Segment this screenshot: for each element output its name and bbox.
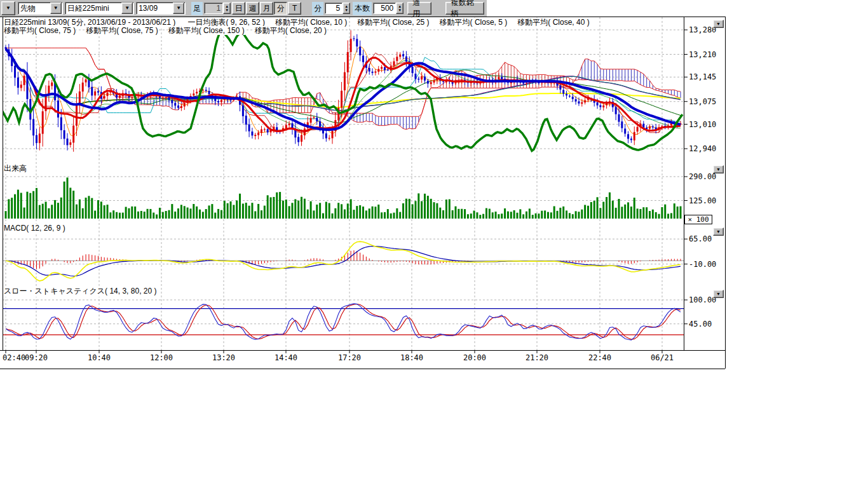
candle-body	[97, 91, 99, 92]
candle-body	[72, 126, 74, 143]
period-button[interactable]: 月	[260, 2, 273, 15]
candle-body	[646, 128, 648, 129]
contract-month-combo-arrow-icon[interactable]: ▼	[173, 3, 184, 14]
volume-bar	[479, 215, 481, 219]
volume-bar	[334, 208, 336, 219]
volume-bar	[85, 198, 87, 219]
candle-body	[402, 54, 404, 56]
stoch-slow-d-line	[6, 304, 681, 340]
period-button[interactable]: T	[288, 2, 301, 15]
volume-bar	[445, 200, 447, 219]
volume-bar	[325, 202, 327, 219]
candle-body	[24, 76, 25, 85]
volume-bar	[572, 214, 574, 219]
candle-body	[217, 101, 219, 102]
bar-count-label: 本数	[353, 2, 372, 15]
candle-body	[405, 57, 407, 62]
contract-month-combo[interactable]: 13/09 ▼	[136, 2, 186, 15]
volume-bar	[350, 200, 352, 219]
candle-body	[297, 137, 299, 142]
price-axis-label: 13,010	[689, 120, 716, 129]
indicator-label: 移動平均( Close, 25 )	[356, 18, 430, 27]
volume-bar	[199, 210, 201, 219]
candle-body	[26, 76, 28, 99]
candle-body	[581, 102, 583, 104]
volume-bar	[193, 204, 194, 219]
pane-scale-dropdown-button[interactable]: ▼	[713, 290, 724, 298]
volume-bar	[224, 201, 226, 219]
period-button[interactable]: 日	[232, 2, 245, 15]
symbol-combo-arrow-icon[interactable]: ▼	[121, 3, 133, 14]
minute-spinner[interactable]: 5 ▲▼	[325, 3, 350, 14]
candle-body	[393, 61, 395, 65]
time-axis-label: 22:40	[588, 353, 611, 362]
time-axis-label: 14:40	[275, 353, 297, 362]
category-combo[interactable]: 先物 ▼	[18, 2, 63, 15]
candle-body	[20, 85, 22, 88]
price-axis-label: 13,210	[689, 50, 716, 59]
multi-symbol-button[interactable]: 複数銘柄	[445, 2, 484, 15]
bar-interval-spinner[interactable]: 1 ▲▼	[204, 3, 231, 14]
candle-body	[301, 135, 302, 142]
volume-bar	[399, 212, 401, 219]
bar-interval-value: 1	[204, 3, 223, 14]
pane-scale-dropdown-button[interactable]: ▼	[713, 227, 724, 236]
candle-body	[344, 72, 346, 90]
period-button[interactable]: 分	[274, 2, 287, 15]
minute-spin-buttons[interactable]: ▲▼	[342, 3, 350, 14]
period-button[interactable]: 週	[246, 2, 259, 15]
volume-bar	[147, 209, 149, 219]
volume-bar	[97, 200, 99, 219]
volume-bar	[187, 208, 189, 219]
spin-down-icon[interactable]: ▼	[225, 8, 229, 12]
volume-bar	[79, 200, 81, 219]
volume-bar	[473, 210, 475, 219]
volume-bar	[313, 210, 315, 219]
window-mini-combo-arrow-icon[interactable]: ▼	[1, 1, 15, 15]
candle-body	[332, 131, 334, 139]
pane-scale-dropdown-button[interactable]: ▼	[713, 20, 724, 28]
volume-bar	[532, 215, 534, 219]
bar-count-spinner[interactable]: 500 ▲▼	[373, 3, 403, 14]
volume-bar	[54, 200, 56, 219]
volume-bar	[553, 207, 555, 219]
volume-bar	[593, 201, 595, 219]
bar-count-spin-buttons[interactable]: ▲▼	[396, 3, 403, 14]
volume-bar	[159, 208, 161, 219]
volume-bar	[387, 209, 389, 219]
time-axis-label: 21:20	[526, 353, 548, 362]
category-combo-value: 先物	[18, 3, 50, 15]
bar-interval-spin-buttons[interactable]: ▲▼	[223, 3, 231, 14]
symbol-combo[interactable]: 日経225mini ▼	[65, 2, 135, 15]
volume-bar	[236, 200, 238, 219]
spin-down-icon[interactable]: ▼	[398, 8, 402, 12]
volume-bar	[180, 205, 182, 219]
category-combo-arrow-icon[interactable]: ▼	[50, 3, 62, 14]
apply-button[interactable]: 適用	[407, 2, 431, 15]
candle-body	[627, 134, 629, 139]
volume-bar	[562, 207, 564, 219]
bar-type-label: 足	[191, 2, 203, 15]
volume-bar	[208, 205, 210, 219]
spin-down-icon[interactable]: ▼	[344, 8, 348, 12]
volume-bar	[412, 204, 414, 219]
indicator-label: 移動平均( Close, 150 )	[168, 26, 245, 35]
volume-bar	[261, 210, 262, 219]
volume-bar	[144, 212, 146, 219]
candle-body	[273, 126, 275, 130]
volume-bar	[501, 214, 503, 219]
volume-bar	[227, 203, 229, 219]
pane-scale-dropdown-button[interactable]: ▼	[713, 165, 724, 173]
volume-bar	[649, 211, 651, 219]
candle-body	[455, 83, 457, 83]
volume-pane	[5, 177, 682, 219]
indicator-label: 移動平均( Close, 5 )	[439, 18, 508, 27]
volume-bar	[476, 212, 478, 219]
volume-bar	[390, 214, 392, 219]
volume-bar	[282, 201, 284, 219]
candle-body	[652, 126, 654, 128]
candle-body	[498, 77, 499, 79]
time-axis-label: 09:20	[25, 353, 48, 362]
volume-bar	[39, 205, 41, 219]
volume-bar	[541, 211, 543, 219]
